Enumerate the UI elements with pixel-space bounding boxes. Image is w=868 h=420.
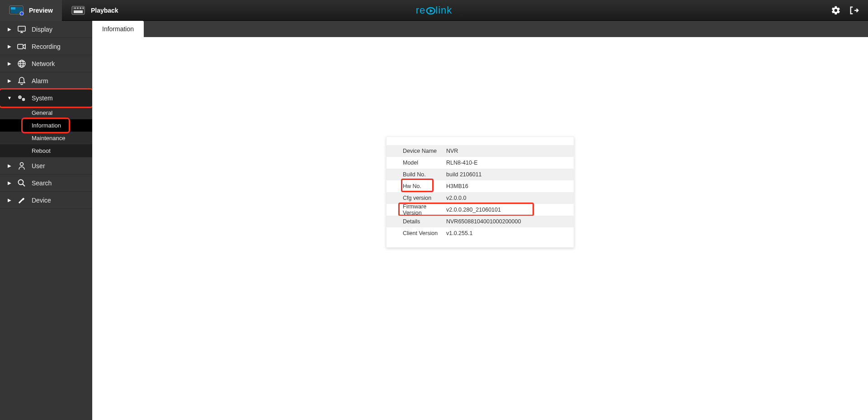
sidebar-label: Network [32,60,88,67]
chevron-down-icon: ▼ [7,95,12,100]
sidebar-item-user[interactable]: ▶ User [0,157,92,175]
topbar-left: Preview Playback [0,0,127,21]
topbar: Preview Playback re link [0,0,868,21]
info-row-hw-no: Hw No. H3MB16 [387,180,574,192]
svg-rect-13 [18,44,23,49]
info-label: Firmware Version [393,203,446,216]
gears-icon [17,94,26,103]
sidebar-sub-information[interactable]: Information [0,119,92,132]
chevron-right-icon: ▶ [7,198,12,203]
info-value: RLN8-410-E [446,160,567,166]
logout-icon[interactable] [849,5,859,15]
tabstrip: Information [0,21,868,37]
svg-rect-7 [75,7,77,9]
bell-icon [17,76,26,85]
info-value: NVR [446,148,567,154]
preview-icon [9,5,24,16]
sidebar-item-search[interactable]: ▶ Search [0,175,92,192]
info-label: Build No. [393,171,446,178]
brand-part-a: re [416,5,426,16]
info-card: Device Name NVR Model RLN8-410-E Build N… [386,137,574,248]
svg-point-3 [20,12,24,15]
brand-logo: re link [416,5,453,16]
info-value: H3MB16 [446,183,567,189]
info-row-model: Model RLN8-410-E [387,157,574,169]
svg-rect-8 [78,7,80,9]
sidebar-sub-label: General [32,109,52,116]
chevron-right-icon: ▶ [7,44,12,49]
sidebar-label: Display [32,26,88,33]
chevron-right-icon: ▶ [7,27,12,32]
sidebar-item-display[interactable]: ▶ Display [0,21,92,38]
info-value: NVR65088104001000200000 [446,218,567,225]
info-value: v2.0.0.0 [446,195,567,201]
svg-point-17 [19,97,20,98]
info-row-build-no: Build No. build 2106011 [387,169,574,180]
sidebar-sub-label: Reboot [32,147,51,154]
svg-rect-10 [74,10,83,13]
sidebar-sub-reboot[interactable]: Reboot [0,145,92,157]
main: ▶ Display ▶ Recording ▶ Network ▶ [0,37,868,420]
svg-point-19 [23,99,24,100]
svg-point-21 [19,179,24,184]
info-row-cfg-version: Cfg version v2.0.0.0 [387,192,574,204]
sidebar-label: System [32,94,88,102]
info-value: build 2106011 [446,171,567,178]
info-label: Hw No. [393,183,446,189]
info-label: Device Name [393,148,446,154]
sidebar-label: Alarm [32,77,88,85]
sidebar-item-device[interactable]: ▶ Device [0,192,92,209]
playback-button[interactable]: Playback [62,0,127,21]
chevron-right-icon: ▶ [7,163,12,168]
info-value: v2.0.0.280_21060101 [446,207,567,213]
globe-icon [17,59,26,68]
playback-icon [71,5,86,16]
info-label: Details [393,218,446,225]
chevron-right-icon: ▶ [7,180,12,185]
info-row-device-name: Device Name NVR [387,145,574,157]
sidebar-item-recording[interactable]: ▶ Recording [0,38,92,55]
sidebar-label: Search [32,179,88,187]
tab-information[interactable]: Information [92,21,144,37]
camera-icon [17,42,26,51]
sidebar-sub-maintenance[interactable]: Maintenance [0,132,92,145]
chevron-right-icon: ▶ [7,78,12,83]
sidebar-sub-general[interactable]: General [0,107,92,119]
info-label: Model [393,160,446,166]
svg-rect-9 [81,7,83,9]
svg-rect-12 [18,26,25,31]
content: Device Name NVR Model RLN8-410-E Build N… [92,37,868,420]
preview-label: Preview [29,7,53,14]
info-label: Client Version [393,230,446,236]
playback-label: Playback [91,7,118,14]
tab-label: Information [102,25,134,33]
sidebar-sub-label: Maintenance [32,135,65,142]
svg-rect-2 [11,7,15,9]
user-icon [17,161,26,170]
sidebar-item-system[interactable]: ▼ System [0,90,92,107]
settings-icon[interactable] [831,5,841,15]
display-icon [17,25,26,34]
chevron-right-icon: ▶ [7,61,12,66]
brand-part-b: link [435,5,452,16]
topbar-right [831,5,868,15]
preview-button[interactable]: Preview [0,0,62,21]
info-row-client-version: Client Version v1.0.255.1 [387,227,574,239]
sidebar-label: Recording [32,43,88,50]
wrench-icon [17,196,26,205]
sidebar-item-network[interactable]: ▶ Network [0,55,92,72]
info-value: v1.0.255.1 [446,230,567,236]
sidebar: ▶ Display ▶ Recording ▶ Network ▶ [0,21,92,420]
info-row-firmware-version: Firmware Version v2.0.0.280_21060101 [387,204,574,216]
sidebar-label: Device [32,197,88,204]
svg-rect-6 [73,7,75,9]
search-icon [17,179,26,188]
info-row-details: Details NVR65088104001000200000 [387,216,574,227]
sidebar-label: User [32,162,88,170]
info-label: Cfg version [393,195,446,201]
svg-point-20 [20,162,24,165]
sidebar-item-alarm[interactable]: ▶ Alarm [0,72,92,90]
